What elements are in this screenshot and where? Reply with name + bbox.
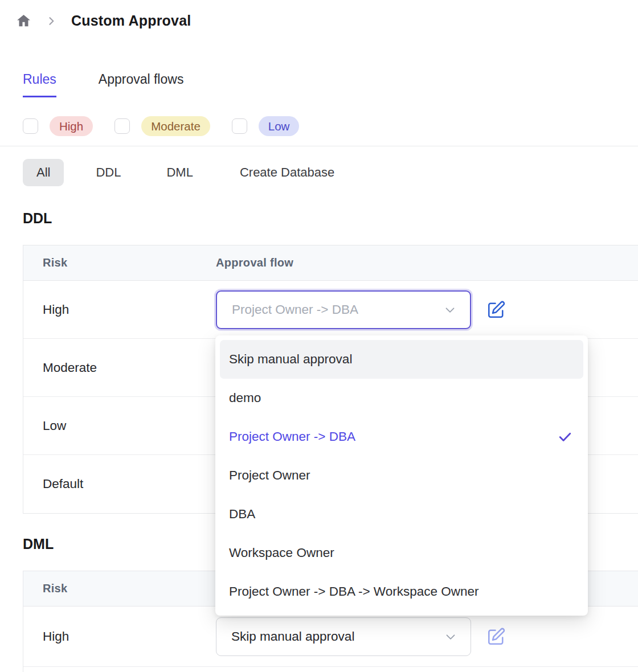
page-title: Custom Approval (71, 13, 191, 29)
tab-bar: Rules Approval flows (23, 72, 183, 97)
risk-filter-row: High Moderate Low (23, 116, 299, 136)
select-value: Project Owner -> DBA (232, 302, 358, 317)
dropdown-option-project-owner-dba-workspace-owner[interactable]: Project Owner -> DBA -> Workspace Owner (220, 572, 583, 611)
risk-cell: Default (23, 477, 216, 491)
high-checkbox[interactable] (23, 118, 38, 134)
moderate-badge[interactable]: Moderate (141, 116, 210, 136)
chevron-down-icon (443, 629, 458, 644)
category-tab-create-database[interactable]: Create Database (240, 165, 334, 180)
table-row-partial (23, 667, 638, 672)
table-row-ddl-high: High Project Owner -> DBA (23, 281, 638, 339)
risk-cell: High (23, 302, 216, 317)
chevron-right-icon (46, 15, 57, 27)
edit-pencil-icon (486, 300, 506, 320)
category-tab-dml[interactable]: DML (166, 165, 193, 180)
dropdown-option-skip-manual-approval[interactable]: Skip manual approval (220, 340, 583, 379)
risk-column-header: Risk (23, 582, 216, 595)
edit-pencil-icon (486, 626, 506, 647)
approval-flow-dropdown: Skip manual approval demo Project Owner … (215, 335, 588, 616)
low-checkbox[interactable] (232, 118, 247, 134)
dropdown-option-project-owner-dba[interactable]: Project Owner -> DBA (220, 417, 583, 456)
dropdown-option-project-owner[interactable]: Project Owner (220, 456, 583, 495)
dropdown-option-dba[interactable]: DBA (220, 495, 583, 534)
tab-rules[interactable]: Rules (23, 72, 56, 97)
risk-cell: Moderate (23, 360, 216, 375)
select-value: Skip manual approval (231, 629, 354, 644)
risk-cell: Low (23, 419, 216, 433)
edit-flow-button[interactable] (485, 298, 508, 321)
dropdown-option-demo[interactable]: demo (220, 379, 583, 417)
tab-approval-flows[interactable]: Approval flows (99, 72, 184, 97)
dml-high-flow-select[interactable]: Skip manual approval (216, 617, 471, 656)
dropdown-option-workspace-owner[interactable]: Workspace Owner (220, 534, 583, 572)
ddl-section-title: DDL (23, 210, 52, 227)
dml-section-title: DML (23, 536, 54, 552)
risk-column-header: Risk (23, 256, 216, 269)
divider (0, 146, 638, 146)
approval-flow-column-header: Approval flow (216, 256, 293, 269)
risk-filter-high: High (23, 116, 93, 136)
risk-filter-low: Low (232, 116, 300, 136)
category-tab-all[interactable]: All (23, 159, 64, 186)
home-icon[interactable] (16, 13, 31, 28)
high-badge[interactable]: High (50, 116, 93, 136)
category-tab-ddl[interactable]: DDL (96, 165, 121, 180)
edit-flow-button[interactable] (485, 625, 508, 648)
custom-approval-page: { "breadcrumb": { "title": "Custom Appro… (0, 0, 638, 672)
dropdown-option-label: Project Owner -> DBA (229, 429, 355, 444)
check-icon (557, 429, 573, 445)
category-filter-row: All DDL DML Create Database (23, 159, 334, 186)
moderate-checkbox[interactable] (114, 118, 130, 134)
ddl-high-flow-select[interactable]: Project Owner -> DBA (216, 290, 471, 329)
low-badge[interactable]: Low (259, 116, 300, 136)
chevron-down-icon (443, 302, 457, 317)
risk-cell: High (23, 629, 216, 644)
risk-filter-moderate: Moderate (114, 116, 210, 136)
ddl-table-header: Risk Approval flow (23, 245, 638, 281)
breadcrumb: Custom Approval (16, 13, 191, 29)
